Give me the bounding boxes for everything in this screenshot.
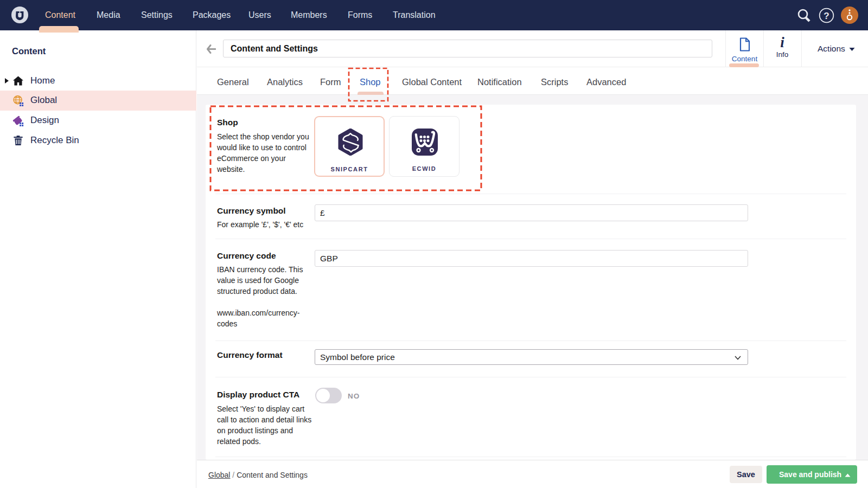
svg-text:?: ? (824, 11, 829, 21)
